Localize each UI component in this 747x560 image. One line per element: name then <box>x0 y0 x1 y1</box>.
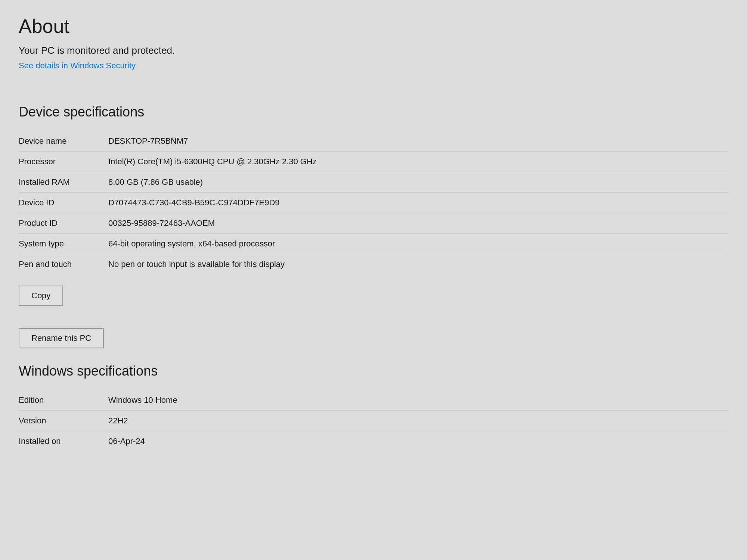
windows-specs-table: Edition Windows 10 Home Version 22H2 Ins… <box>19 390 728 451</box>
windows-spec-value: 22H2 <box>101 411 728 431</box>
page-title: About <box>19 15 728 37</box>
device-spec-row: System type 64-bit operating system, x64… <box>19 234 728 254</box>
device-spec-value: 64-bit operating system, x64-based proce… <box>101 234 728 254</box>
windows-spec-value: 06-Apr-24 <box>101 431 728 452</box>
rename-button-row: Rename this PC <box>19 321 728 348</box>
windows-specs-title: Windows specifications <box>19 363 728 379</box>
device-spec-value: 8.00 GB (7.86 GB usable) <box>101 172 728 193</box>
device-spec-label: Processor <box>19 152 101 172</box>
device-spec-row: Product ID 00325-95889-72463-AAOEM <box>19 213 728 234</box>
device-spec-value: No pen or touch input is available for t… <box>101 254 728 275</box>
security-status-text: Your PC is monitored and protected. <box>19 45 728 56</box>
device-spec-value: DESKTOP-7R5BNM7 <box>101 131 728 152</box>
windows-spec-label: Version <box>19 411 101 431</box>
device-spec-value: 00325-95889-72463-AAOEM <box>101 213 728 234</box>
windows-spec-value: Windows 10 Home <box>101 390 728 411</box>
device-spec-label: Device name <box>19 131 101 152</box>
device-spec-row: Device name DESKTOP-7R5BNM7 <box>19 131 728 152</box>
windows-spec-row: Edition Windows 10 Home <box>19 390 728 411</box>
windows-spec-label: Edition <box>19 390 101 411</box>
device-spec-label: Pen and touch <box>19 254 101 275</box>
rename-pc-button[interactable]: Rename this PC <box>19 328 104 348</box>
windows-spec-row: Version 22H2 <box>19 411 728 431</box>
copy-button-row: Copy <box>19 278 728 309</box>
device-spec-label: Product ID <box>19 213 101 234</box>
device-spec-label: Device ID <box>19 193 101 213</box>
device-specs-table: Device name DESKTOP-7R5BNM7 Processor In… <box>19 131 728 274</box>
windows-spec-label: Installed on <box>19 431 101 452</box>
windows-spec-row: Installed on 06-Apr-24 <box>19 431 728 452</box>
device-spec-label: System type <box>19 234 101 254</box>
security-link[interactable]: See details in Windows Security <box>19 61 136 71</box>
device-spec-value: Intel(R) Core(TM) i5-6300HQ CPU @ 2.30GH… <box>101 152 728 172</box>
device-spec-label: Installed RAM <box>19 172 101 193</box>
device-spec-row: Pen and touch No pen or touch input is a… <box>19 254 728 275</box>
device-spec-row: Processor Intel(R) Core(TM) i5-6300HQ CP… <box>19 152 728 172</box>
device-spec-value: D7074473-C730-4CB9-B59C-C974DDF7E9D9 <box>101 193 728 213</box>
device-spec-row: Installed RAM 8.00 GB (7.86 GB usable) <box>19 172 728 193</box>
copy-button[interactable]: Copy <box>19 286 63 306</box>
device-spec-row: Device ID D7074473-C730-4CB9-B59C-C974DD… <box>19 193 728 213</box>
device-specs-title: Device specifications <box>19 104 728 120</box>
